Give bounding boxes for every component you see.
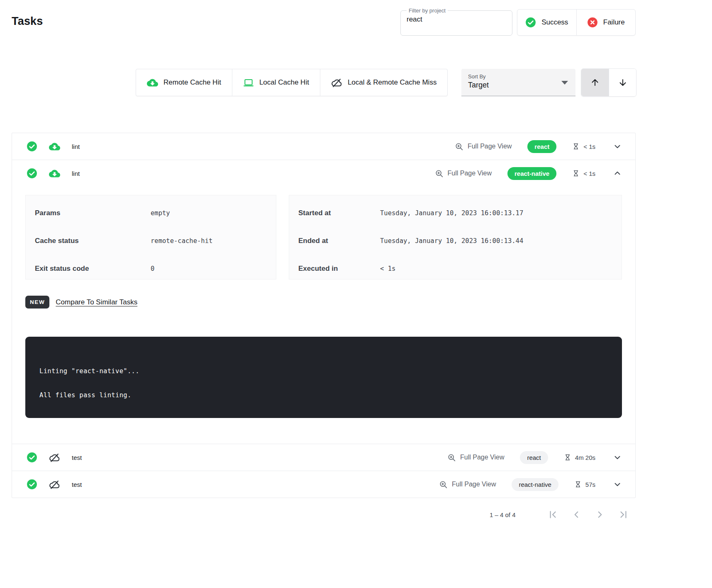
remote-cache-hit-filter-button[interactable]: Remote Cache Hit <box>136 69 232 96</box>
expand-row-button[interactable] <box>611 140 624 153</box>
compare-similar-tasks-link[interactable]: Compare To Similar Tasks <box>56 298 137 306</box>
zoom-in-icon <box>435 169 444 178</box>
task-name: test <box>72 481 82 488</box>
sort-by-select[interactable]: Sort By Target <box>461 69 575 96</box>
previous-page-button[interactable] <box>571 509 582 520</box>
task-duration-value: < 1s <box>583 170 595 177</box>
task-duration-value: 57s <box>585 481 595 488</box>
exit-code-value: 0 <box>151 265 154 272</box>
sort-by-value: Target <box>468 81 569 90</box>
task-row-header[interactable]: test Full Page View react-native 57s <box>12 471 635 498</box>
status-filter-group: Success Failure <box>517 9 636 36</box>
cache-status-value: remote-cache-hit <box>151 237 212 245</box>
project-badge[interactable]: react <box>520 451 548 464</box>
zoom-in-icon <box>439 480 448 489</box>
zoom-in-icon <box>447 453 456 462</box>
project-badge[interactable]: react <box>527 140 556 153</box>
sort-direction-group <box>581 68 636 97</box>
last-page-button[interactable] <box>618 509 629 520</box>
remote-cache-hit-label: Remote Cache Hit <box>163 78 221 87</box>
local-cache-hit-label: Local Cache Hit <box>259 78 309 87</box>
full-page-view-label: Full Page View <box>460 454 504 461</box>
chevron-left-icon <box>571 509 582 520</box>
expand-row-button[interactable] <box>611 478 624 491</box>
task-row-header[interactable]: test Full Page View react 4m 20s <box>12 444 635 471</box>
executed-in-label: Executed in <box>298 265 380 273</box>
failure-filter-button[interactable]: Failure <box>576 10 636 35</box>
first-page-icon <box>547 509 558 520</box>
task-duration: < 1s <box>572 170 595 177</box>
params-label: Params <box>35 209 151 217</box>
sort-ascending-button[interactable] <box>581 69 609 96</box>
full-page-view-link[interactable]: Full Page View <box>439 480 496 489</box>
success-check-icon <box>525 17 536 28</box>
started-at-label: Started at <box>298 209 380 217</box>
task-row-test-react-native: test Full Page View react-native 57s <box>12 471 635 498</box>
status-success-icon <box>27 141 37 152</box>
task-name: test <box>72 454 82 461</box>
cache-status-label: Cache status <box>35 237 151 245</box>
cloud-download-icon <box>49 168 60 179</box>
status-success-icon <box>27 479 37 490</box>
hourglass-icon <box>572 170 580 177</box>
collapse-row-button[interactable] <box>611 167 624 180</box>
status-success-icon <box>27 168 37 179</box>
task-duration-value: 4m 20s <box>575 454 595 461</box>
project-badge[interactable]: react-native <box>507 167 556 180</box>
task-timing-panel: Started at Tuesday, January 10, 2023 16:… <box>289 195 622 279</box>
arrow-down-icon <box>618 78 628 87</box>
laptop-icon <box>243 77 254 88</box>
pagination-range: 1 – 4 of 4 <box>490 511 516 518</box>
task-row-lint-react: lint Full Page View react < 1s <box>12 133 635 160</box>
next-page-button[interactable] <box>595 509 605 520</box>
full-page-view-link[interactable]: Full Page View <box>455 142 512 151</box>
terminal-line: Linting "react-native"... <box>39 367 608 375</box>
status-success-icon <box>27 452 37 463</box>
ended-at-value: Tuesday, January 10, 2023 16:00:13.44 <box>380 237 523 245</box>
cloud-download-icon <box>147 77 158 88</box>
cloud-off-icon <box>49 452 60 463</box>
task-list: lint Full Page View react < 1s <box>12 133 636 498</box>
hourglass-icon <box>572 143 580 150</box>
hourglass-icon <box>574 481 582 488</box>
task-details-panel: Params empty Cache status remote-cache-h… <box>12 187 635 444</box>
arrow-up-icon <box>590 78 600 87</box>
first-page-button[interactable] <box>547 509 558 520</box>
project-filter-field[interactable]: Filter by project <box>400 7 512 36</box>
zoom-in-icon <box>455 142 463 151</box>
exit-code-label: Exit status code <box>35 265 151 273</box>
params-value: empty <box>151 209 170 217</box>
task-row-header[interactable]: lint Full Page View react-native < 1s <box>12 160 635 187</box>
full-page-view-link[interactable]: Full Page View <box>447 453 504 462</box>
cloud-download-icon <box>49 141 60 152</box>
page-title: Tasks <box>12 15 43 28</box>
sort-descending-button[interactable] <box>609 69 636 96</box>
ended-at-label: Ended at <box>298 237 380 245</box>
new-badge: NEW <box>25 296 49 309</box>
cloud-off-icon <box>49 479 60 490</box>
success-filter-button[interactable]: Success <box>517 10 576 35</box>
pagination: 1 – 4 of 4 <box>490 509 629 520</box>
cache-miss-filter-button[interactable]: Local & Remote Cache Miss <box>320 69 447 96</box>
task-meta-panel: Params empty Cache status remote-cache-h… <box>25 195 276 279</box>
chevron-down-icon <box>561 81 568 85</box>
chevron-down-icon <box>613 480 622 489</box>
project-filter-input[interactable] <box>406 14 507 28</box>
cloud-off-icon <box>331 77 342 88</box>
task-name: lint <box>72 170 80 177</box>
executed-in-value: < 1s <box>380 265 395 272</box>
project-badge[interactable]: react-native <box>512 478 558 491</box>
terminal-line: All files pass linting. <box>39 391 608 399</box>
sort-by-label: Sort By <box>468 73 569 80</box>
local-cache-hit-filter-button[interactable]: Local Cache Hit <box>232 69 320 96</box>
full-page-view-link[interactable]: Full Page View <box>435 169 492 178</box>
chevron-up-icon <box>613 169 622 178</box>
task-duration: 57s <box>574 481 595 488</box>
task-row-header[interactable]: lint Full Page View react < 1s <box>12 133 635 160</box>
expand-row-button[interactable] <box>611 451 624 464</box>
task-row-test-react: test Full Page View react 4m 20s <box>12 444 635 471</box>
chevron-down-icon <box>613 453 622 462</box>
success-filter-label: Success <box>541 18 568 27</box>
failure-filter-label: Failure <box>603 18 625 27</box>
started-at-value: Tuesday, January 10, 2023 16:00:13.17 <box>380 209 523 217</box>
